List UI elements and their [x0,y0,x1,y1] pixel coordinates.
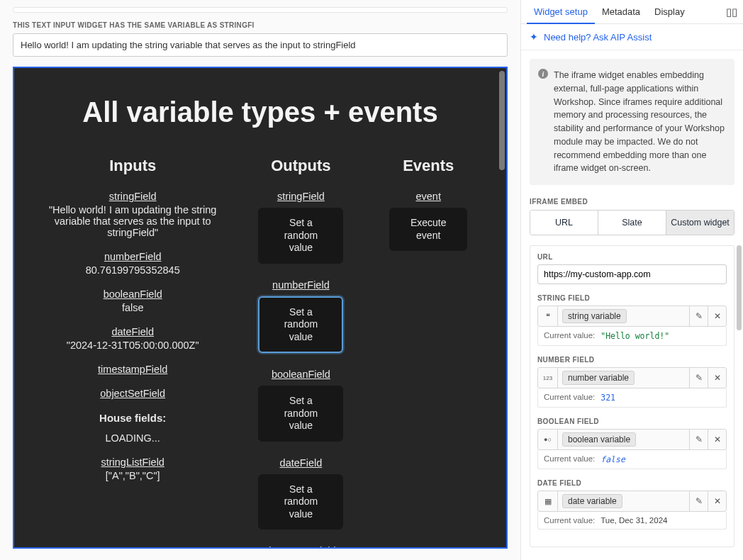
outputs-heading: Outputs [242,157,359,175]
clear-date-variable-button[interactable]: ✕ [708,491,726,511]
outputs-column: Outputs stringField Set a random value n… [242,157,359,547]
iframe-info-callout: i The iframe widget enables embedding ex… [530,59,734,185]
boolean-current-value: Current value: false [537,450,727,469]
output-timestampfield: timestampField [242,545,359,547]
output-stringfield: stringField Set a random value [242,191,359,264]
house-fields-heading: House fields: [40,412,225,424]
main-canvas: THIS TEXT INPUT WIDGET HAS THE SAME VARI… [0,0,520,560]
tab-metadata[interactable]: Metadata [595,1,647,23]
embed-tab-slate[interactable]: Slate [598,211,666,235]
embed-tab-url[interactable]: URL [530,211,598,235]
iframe-content: All variable types + events Inputs strin… [14,68,506,547]
config-scrollbar[interactable] [737,245,742,330]
config-panel: URL STRING FIELD ❝ string variable ✎ ✕ C… [530,245,734,547]
set-random-number-button[interactable]: Set a random value [258,296,343,354]
inputs-heading: Inputs [40,157,225,175]
boolean-type-icon: ●○ [538,430,558,449]
clear-string-variable-button[interactable]: ✕ [708,306,726,326]
aip-assist-link[interactable]: ✦ Need help? Ask AIP Assist [521,24,743,50]
house-loading: LOADING... [40,432,225,444]
events-column: Events event Execute event [376,157,481,547]
boolean-variable-chip[interactable]: boolean variable [562,432,636,447]
info-icon: i [538,69,548,79]
edit-boolean-variable-button[interactable]: ✎ [689,430,708,449]
execute-event-button[interactable]: Execute event [389,208,467,251]
set-random-boolean-button[interactable]: Set a random value [258,386,343,442]
output-booleanfield: booleanField Set a random value [242,369,359,442]
panel-tabs: Widget setup Metadata Display ▯▯ [521,0,743,24]
panel-body: i The iframe widget enables embedding ex… [521,50,743,560]
collapsed-widget-bar [13,7,508,13]
string-field-header: STRING FIELD [537,294,727,302]
iframe-embed-header: IFRAME EMBED [530,198,734,206]
number-variable-chip[interactable]: number variable [562,371,635,385]
date-field-header: DATE FIELD [537,479,727,487]
url-label: URL [537,253,727,261]
event-block: event Execute event [376,191,481,251]
tab-widget-setup[interactable]: Widget setup [527,1,595,24]
edit-string-variable-button[interactable]: ✎ [689,306,708,326]
input-timestampfield: timestampField [40,364,225,375]
tab-display[interactable]: Display [647,1,692,23]
number-current-value: Current value: 321 [537,388,727,408]
iframe-title: All variable types + events [40,96,481,128]
input-objectsetfield: objectSetField [40,388,225,399]
date-type-icon: ▦ [538,491,558,511]
clear-boolean-variable-button[interactable]: ✕ [708,430,726,449]
string-variable-row: ❝ string variable ✎ ✕ [537,306,727,327]
input-stringfield: stringField "Hello world! I am updating … [40,191,225,238]
number-field-header: NUMBER FIELD [537,356,727,364]
iframe-widget[interactable]: All variable types + events Inputs strin… [13,67,508,549]
date-current-value: Current value: Tue, Dec 31, 2024 [537,512,727,530]
string-current-value: Current value: "Hello world!" [537,327,727,346]
events-heading: Events [376,157,481,175]
set-random-date-button[interactable]: Set a random value [258,474,343,530]
iframe-scrollbar[interactable] [499,71,505,170]
input-datefield: dateField "2024-12-31T05:00:00.000Z" [40,326,225,351]
input-booleanfield: booleanField false [40,289,225,313]
number-type-icon: 123 [538,368,558,388]
edit-date-variable-button[interactable]: ✎ [689,491,708,511]
embed-type-tabs: URL Slate Custom widget [530,210,734,235]
side-panel: Widget setup Metadata Display ▯▯ ✦ Need … [520,0,743,560]
output-numberfield: numberField Set a random value [242,279,359,354]
number-variable-row: 123 number variable ✎ ✕ [537,367,727,388]
aip-sparkle-icon: ✦ [530,31,538,43]
input-stringlistfield: stringListField ["A","B","C"] [40,457,225,481]
edit-number-variable-button[interactable]: ✎ [689,368,708,388]
date-variable-chip[interactable]: date variable [562,494,622,508]
embed-tab-custom[interactable]: Custom widget [666,211,734,235]
aip-assist-label: Need help? Ask AIP Assist [544,32,652,43]
boolean-field-header: BOOLEAN FIELD [537,418,727,425]
clear-number-variable-button[interactable]: ✕ [708,368,726,388]
output-datefield: dateField Set a random value [242,457,359,530]
input-numberfield: numberField 80.76199795352845 [40,251,225,276]
date-variable-row: ▦ date variable ✎ ✕ [537,491,727,512]
string-variable-chip[interactable]: string variable [562,309,627,323]
docs-icon[interactable]: ▯▯ [726,6,737,18]
string-type-icon: ❝ [538,306,558,326]
boolean-variable-row: ●○ boolean variable ✎ ✕ [537,429,727,450]
inputs-column: Inputs stringField "Hello world! I am up… [40,157,225,547]
url-input[interactable] [537,264,727,284]
set-random-string-button[interactable]: Set a random value [258,208,343,264]
text-widget-input[interactable] [13,33,508,57]
text-widget-label: THIS TEXT INPUT WIDGET HAS THE SAME VARI… [13,21,508,29]
